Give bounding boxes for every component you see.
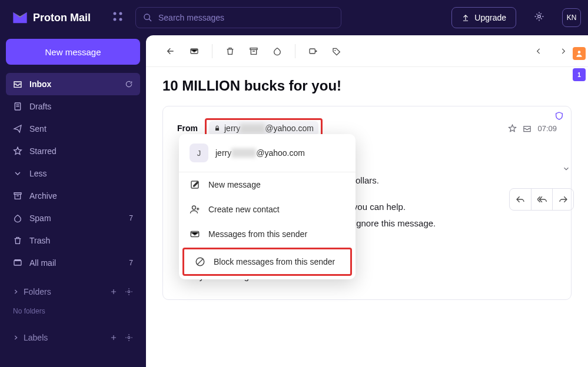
no-folders-text: No folders [6,302,140,320]
message-subject: 10 MILLION bucks for you! [146,67,588,106]
message-header: From jerryxxxxxx@yahoo.com 07:09 [163,106,571,138]
from-email: jerryxxxxxx@yahoo.com [224,124,314,133]
spam-icon [13,213,22,223]
search-input[interactable] [158,13,334,22]
star-icon [13,146,22,156]
message-time: 07:09 [537,124,557,133]
allmail-count: 7 [129,259,133,267]
block-icon [195,256,205,267]
drafts-icon [13,102,22,111]
svg-point-13 [128,291,130,293]
sender-avatar: J [190,144,208,162]
upgrade-button[interactable]: Upgrade [451,7,516,28]
new-message-button[interactable]: New message [6,39,140,65]
star-button[interactable] [508,124,517,133]
svg-point-2 [114,18,117,21]
svg-point-4 [144,14,150,19]
folders-header[interactable]: Folders [6,281,140,302]
label-settings-icon[interactable] [125,333,133,342]
sidebar-item-label: Drafts [29,102,51,111]
sidebar-item-less[interactable]: Less [6,162,140,185]
svg-point-1 [119,12,122,15]
gear-icon [534,11,544,22]
svg-rect-11 [14,261,21,265]
svg-point-3 [119,18,122,21]
dd-new-message[interactable]: New message [179,172,356,197]
svg-point-6 [538,15,541,18]
sidebar-item-trash[interactable]: Trash [6,229,140,252]
trash-icon [13,236,22,245]
dd-item-label: Create new contact [208,205,280,214]
from-chip[interactable]: jerryxxxxxx@yahoo.com [209,121,318,135]
delete-button[interactable] [220,41,241,62]
sidebar-item-label: Less [29,169,47,178]
archive-button[interactable] [243,41,264,62]
settings-button[interactable] [530,8,548,28]
add-contact-icon [190,204,200,215]
svg-rect-10 [14,193,21,195]
sidebar-item-inbox[interactable]: Inbox [6,73,140,95]
top-bar: Proton Mail Upgrade KN [0,0,588,35]
sidebar-item-drafts[interactable]: Drafts [6,95,140,118]
sender-email: jerryxxxxxx@yahoo.com [215,148,305,158]
mark-read-button[interactable] [184,41,205,62]
contacts-app-icon[interactable] [573,47,586,60]
add-folder-icon[interactable] [109,288,118,296]
dropdown-header: J jerryxxxxxx@yahoo.com [179,134,356,172]
proton-logo-icon [12,9,28,26]
spam-count: 7 [129,214,133,222]
compose-icon [190,179,200,190]
sidebar-item-archive[interactable]: Archive [6,185,140,207]
sidebar-item-label: All mail [29,258,56,268]
sender-dropdown: J jerryxxxxxx@yahoo.com New message Crea… [179,134,356,279]
sidebar-item-spam[interactable]: Spam 7 [6,207,140,229]
dd-block-sender[interactable]: Block messages from this sender [184,249,350,274]
account-button[interactable]: KN [562,8,581,27]
inbox-icon [13,79,22,89]
message-toolbar [146,35,588,67]
shield-icon[interactable] [554,111,564,123]
svg-point-21 [192,206,196,209]
apps-switcher-icon[interactable] [112,11,124,25]
sidebar-item-sent[interactable]: Sent [6,118,140,140]
chevron-right-icon [13,335,19,341]
chevron-down-icon [13,169,22,178]
envelope-icon [190,229,200,239]
sidebar-item-starred[interactable]: Starred [6,140,140,162]
refresh-icon[interactable] [125,80,133,88]
svg-point-18 [334,49,335,51]
calendar-app-icon[interactable]: 1 [573,68,586,81]
dd-create-contact[interactable]: Create new contact [179,197,356,222]
label-button[interactable] [326,41,347,62]
sidebar-item-allmail[interactable]: All mail 7 [6,252,140,274]
svg-rect-17 [310,49,315,54]
forward-button[interactable] [552,189,573,210]
search-bar[interactable] [135,7,341,28]
sidebar-item-label: Starred [29,146,57,156]
svg-point-25 [578,51,581,54]
spam-button[interactable] [267,41,288,62]
reply-button[interactable] [510,189,531,210]
sidebar: New message Inbox Drafts Sent Starred Le… [0,35,146,367]
dd-item-label: New message [208,180,261,189]
dd-item-label: Messages from this sender [208,229,307,239]
svg-point-14 [128,336,130,339]
moveto-button[interactable] [303,41,324,62]
svg-rect-12 [15,260,20,261]
labels-header[interactable]: Labels [6,327,140,348]
folder-settings-icon[interactable] [125,288,133,296]
labels-label: Labels [24,333,48,342]
logo-text: Proton Mail [33,12,91,24]
back-button[interactable] [160,41,181,62]
svg-line-24 [197,259,204,265]
svg-rect-16 [250,48,257,49]
sidebar-item-label: Inbox [29,79,51,89]
from-label: From [177,124,198,133]
reply-all-button[interactable] [531,189,552,210]
upgrade-label: Upgrade [474,13,506,22]
dd-messages-from-sender[interactable]: Messages from this sender [179,222,356,246]
logo[interactable]: Proton Mail [7,9,91,26]
prev-message-button[interactable] [528,41,549,62]
add-label-icon[interactable] [109,333,118,342]
expand-details-button[interactable] [562,165,570,175]
